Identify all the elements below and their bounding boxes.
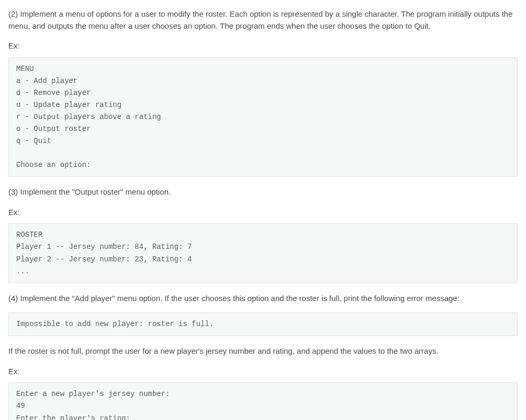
section-4-instruction-continued: If the roster is not full, prompt the us… [8, 345, 518, 357]
section-2-code-block: MENU a - Add player d - Remove player u … [8, 57, 518, 177]
section-4-error-code-block: Impossible to add new player: roster is … [8, 313, 518, 336]
section-4-ex-label: Ex: [8, 366, 518, 378]
section-2-instruction: (2) Implement a menu of options for a us… [8, 8, 518, 32]
section-4-instruction: (4) Implement the "Add player" menu opti… [8, 293, 518, 305]
section-3-instruction: (3) Implement the "Output roster" menu o… [8, 186, 518, 198]
section-4-prompt-code-block: Enter a new player's jersey number: 49 E… [8, 382, 518, 420]
section-3-code-block: ROSTER Player 1 -- Jersey number: 84, Ra… [8, 223, 518, 283]
section-3-ex-label: Ex: [8, 207, 518, 219]
section-2-ex-label: Ex: [8, 40, 518, 52]
